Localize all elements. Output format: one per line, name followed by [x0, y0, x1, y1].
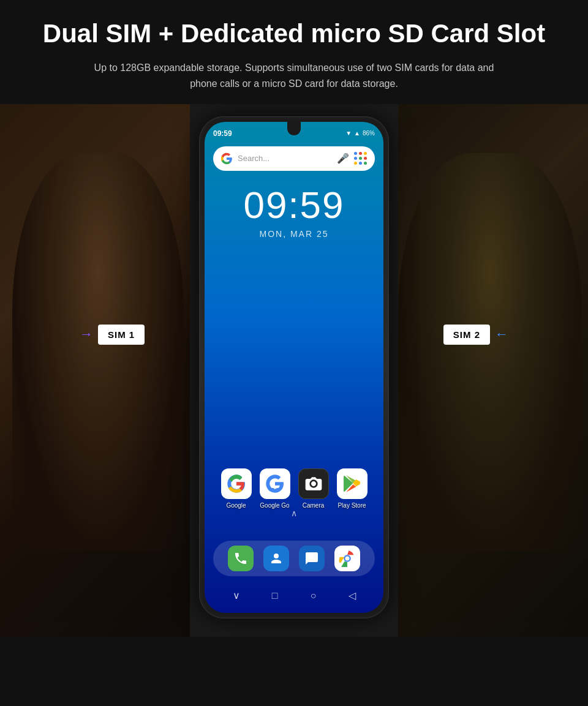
sim2-arrow-icon: ←	[495, 326, 508, 342]
bg-left	[0, 104, 190, 637]
svg-point-2	[345, 556, 350, 560]
app-icons-row: Google GO Google Go	[205, 468, 383, 509]
camera-app-label: Camera	[303, 502, 325, 509]
header-section: Dual SIM + Dedicated micro SD Card Slot …	[0, 0, 588, 104]
play-store-app-icon	[337, 468, 368, 499]
sim1-label: → SIM 1	[80, 325, 145, 345]
app-icon-google-go[interactable]: GO Google Go	[260, 468, 290, 509]
nav-recents-icon[interactable]: □	[266, 590, 284, 602]
google-go-app-icon: GO	[260, 468, 290, 499]
status-time: 09:59	[213, 129, 232, 138]
main-title: Dual SIM + Dedicated micro SD Card Slot	[37, 18, 551, 49]
clock-display: 09:59 MON, MAR 25	[205, 183, 383, 239]
search-placeholder: Search...	[238, 154, 332, 163]
phone-outer: 09:59 ▼ ▲ 86%	[199, 116, 389, 618]
sim1-arrow-icon: →	[80, 326, 93, 342]
person-left	[12, 153, 184, 551]
nav-down-icon[interactable]: ∨	[227, 590, 246, 602]
wifi-icon: ▼	[345, 130, 352, 137]
main-area: → SIM 1 SIM 2 ← 09:59 ▼ ▲ 86%	[0, 104, 588, 637]
battery-icon: 86%	[363, 130, 375, 137]
app-icon-google[interactable]: Google	[221, 468, 252, 509]
play-store-app-label: Play Store	[337, 502, 366, 509]
phone-screen: 09:59 ▼ ▲ 86%	[205, 122, 383, 613]
signal-icon: ▲	[354, 130, 360, 137]
search-bar[interactable]: Search... 🎤	[213, 146, 375, 171]
app-icon-play-store[interactable]: Play Store	[337, 468, 368, 509]
nav-back-icon[interactable]: ◁	[343, 590, 361, 602]
google-app-label: Google	[226, 502, 246, 509]
bg-right	[398, 104, 588, 637]
dock-phone-icon[interactable]	[228, 546, 254, 571]
google-apps-icon[interactable]	[354, 152, 368, 165]
drawer-handle[interactable]: ∧	[291, 508, 297, 518]
sim2-label: SIM 2 ←	[443, 325, 508, 345]
google-logo-icon	[221, 152, 233, 165]
clock-date: MON, MAR 25	[205, 229, 383, 239]
nav-home-icon[interactable]: ○	[304, 590, 323, 602]
phone-dock	[213, 541, 375, 576]
dock-chrome-icon[interactable]	[334, 546, 360, 571]
app-icon-camera[interactable]: Camera	[298, 468, 329, 509]
bottom-strip	[0, 657, 588, 706]
person-right	[398, 153, 582, 551]
svg-text:GO: GO	[270, 487, 279, 493]
dock-messages-icon[interactable]	[299, 546, 325, 571]
sim2-box: SIM 2	[443, 325, 490, 345]
dock-contacts-icon[interactable]	[263, 546, 289, 571]
status-icons: ▼ ▲ 86%	[345, 130, 375, 137]
camera-app-icon	[298, 468, 329, 499]
phone-nav-bar: ∨ □ ○ ◁	[205, 585, 383, 607]
subtitle: Up to 128GB expandable storage. Supports…	[80, 60, 508, 91]
google-app-icon	[221, 468, 252, 499]
phone-wrapper: 09:59 ▼ ▲ 86%	[199, 116, 389, 618]
google-go-app-label: Google Go	[260, 502, 289, 509]
sim1-box: SIM 1	[98, 325, 145, 345]
phone-notch	[287, 122, 301, 135]
clock-time: 09:59	[205, 183, 383, 227]
microphone-icon[interactable]: 🎤	[337, 152, 349, 164]
